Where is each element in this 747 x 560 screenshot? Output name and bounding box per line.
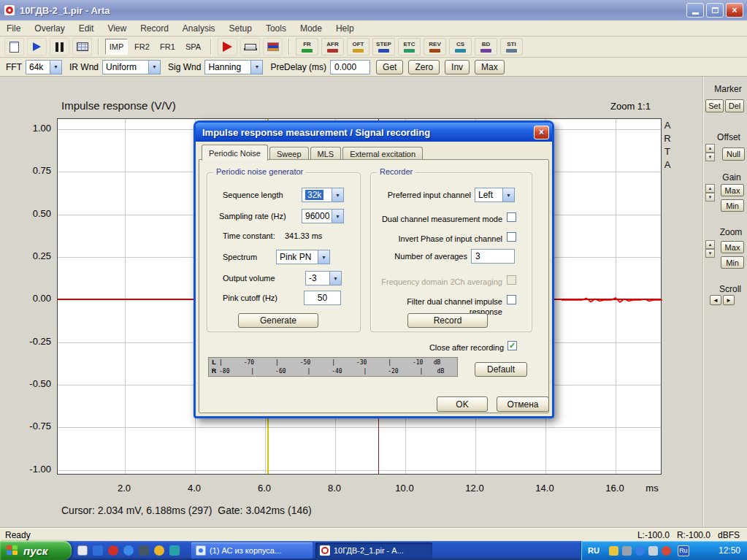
marker-flag-button[interactable]: [27, 38, 47, 55]
dropdown-arrow-icon[interactable]: ▼: [332, 188, 343, 202]
offset-null-button[interactable]: Null: [722, 147, 745, 161]
mode-imp-button[interactable]: IMP: [105, 39, 128, 55]
spectrum-combobox[interactable]: Pink PN ▼: [276, 250, 330, 264]
max-button[interactable]: Max: [475, 60, 505, 74]
sampling-rate-combobox[interactable]: 96000 ▼: [302, 209, 344, 223]
dialog-close-button[interactable]: ×: [534, 126, 549, 139]
marker-del-button[interactable]: Del: [725, 99, 744, 112]
offset-down-button[interactable]: ▼: [705, 153, 715, 161]
quick-launch-icon-5[interactable]: [137, 543, 150, 558]
dropdown-arrow-icon[interactable]: ▼: [148, 61, 160, 74]
zoom-down-button[interactable]: ▼: [705, 249, 715, 258]
gain-up-button[interactable]: ▲: [705, 184, 715, 193]
quick-launch-icon-1[interactable]: [76, 543, 89, 558]
tray-icon-4[interactable]: [648, 546, 658, 556]
averages-input[interactable]: 3: [471, 249, 515, 264]
quick-launch-icon-2[interactable]: [91, 543, 104, 558]
tray-icon-2[interactable]: [622, 546, 632, 556]
tool-rev-button[interactable]: REV: [424, 38, 446, 55]
tool-etc-button[interactable]: ETC: [398, 38, 421, 55]
menu-setup[interactable]: Setup: [229, 23, 252, 34]
menu-record[interactable]: Record: [140, 23, 169, 34]
minimize-button[interactable]: [686, 3, 704, 18]
grid-view-button[interactable]: [72, 38, 92, 55]
output-volume-combobox[interactable]: -3 ▼: [305, 271, 342, 285]
predelay-input[interactable]: 0.000: [330, 60, 370, 74]
menu-mode[interactable]: Mode: [300, 23, 322, 34]
zoom-up-button[interactable]: ▲: [705, 240, 715, 249]
quick-launch-icon-6[interactable]: [153, 543, 166, 558]
tool-cs-button[interactable]: CS: [449, 38, 472, 55]
ok-button[interactable]: OK: [437, 396, 488, 412]
dropdown-arrow-icon[interactable]: ▼: [332, 210, 343, 223]
dropdown-arrow-icon[interactable]: ▼: [50, 61, 61, 74]
dropdown-arrow-icon[interactable]: ▼: [318, 250, 329, 264]
tool-bd-button[interactable]: BD: [475, 38, 497, 55]
scroll-right-button[interactable]: ►: [723, 295, 735, 305]
menu-analysis[interactable]: Analysis: [183, 23, 215, 34]
dropdown-arrow-icon[interactable]: ▼: [250, 61, 262, 74]
quick-launch-icon-7[interactable]: [168, 543, 181, 558]
tool-step-button[interactable]: STEP: [372, 38, 395, 55]
menu-view[interactable]: View: [107, 23, 126, 34]
close-after-recording-checkbox[interactable]: ✓: [507, 341, 517, 350]
pink-cutoff-input[interactable]: 50: [304, 291, 341, 305]
generate-button[interactable]: Generate: [238, 313, 318, 328]
tool-sti-button[interactable]: STI: [500, 38, 523, 55]
tray-icon-3[interactable]: [635, 546, 645, 556]
zoom-max-button[interactable]: Max: [721, 241, 744, 253]
language-badge[interactable]: Ru: [678, 545, 689, 556]
zoom-min-button[interactable]: Min: [721, 256, 744, 269]
mode-spa-button[interactable]: SPA: [182, 39, 204, 55]
restore-button[interactable]: [706, 3, 724, 18]
language-indicator[interactable]: RU: [588, 546, 599, 555]
stop-pause-button[interactable]: [50, 38, 69, 55]
fft-combobox[interactable]: 64k ▼: [26, 60, 62, 74]
filter-dual-channel-checkbox[interactable]: [507, 295, 516, 304]
tool-afr-button[interactable]: AFR: [321, 38, 344, 55]
tool-oft-button[interactable]: OFT: [347, 38, 369, 55]
menubar: File Overlay Edit View Record Analysis S…: [0, 20, 747, 37]
start-button[interactable]: пуск: [0, 541, 72, 560]
inv-button[interactable]: Inv: [445, 60, 470, 74]
generator-setup-button[interactable]: [240, 38, 260, 55]
tray-icon-5[interactable]: [662, 546, 671, 556]
gain-max-button[interactable]: Max: [721, 184, 744, 196]
menu-file[interactable]: File: [7, 23, 20, 34]
scroll-left-button[interactable]: ◄: [710, 295, 721, 305]
menu-overlay[interactable]: Overlay: [34, 23, 64, 34]
close-button[interactable]: ×: [726, 3, 743, 18]
marker-set-button[interactable]: Set: [705, 99, 724, 112]
tool-fr-button[interactable]: FR: [296, 38, 318, 55]
mode-fr2-button[interactable]: FR2: [131, 39, 153, 55]
quick-launch-icon-3[interactable]: [107, 543, 120, 558]
menu-tools[interactable]: Tools: [266, 23, 286, 34]
input-channel-combobox[interactable]: Left ▼: [475, 188, 515, 202]
tab-periodic-noise[interactable]: Periodic Noise: [202, 145, 268, 161]
invert-phase-checkbox[interactable]: [507, 232, 516, 242]
record-button[interactable]: Record: [407, 313, 488, 328]
dropdown-arrow-icon[interactable]: ▼: [502, 188, 514, 202]
audio-device-button[interactable]: [263, 38, 283, 55]
zero-button[interactable]: Zero: [408, 60, 440, 74]
new-file-button[interactable]: [4, 38, 24, 55]
sig-wnd-combobox[interactable]: Hanning ▼: [204, 60, 263, 74]
taskbar-task-1[interactable]: (1) АС из корпуса...: [191, 542, 313, 559]
dropdown-arrow-icon[interactable]: ▼: [329, 272, 341, 285]
taskbar-task-2-active[interactable]: 10ГДВ-2_1.pir - А...: [315, 542, 432, 559]
cancel-button[interactable]: Отмена: [497, 396, 549, 412]
default-button[interactable]: Default: [475, 362, 527, 377]
menu-edit[interactable]: Edit: [79, 23, 94, 34]
gain-down-button[interactable]: ▼: [705, 193, 715, 202]
ir-wnd-combobox[interactable]: Uniform ▼: [102, 60, 161, 74]
dual-channel-checkbox[interactable]: [507, 212, 516, 222]
get-button[interactable]: Get: [376, 60, 403, 74]
mode-fr1-button[interactable]: FR1: [156, 39, 179, 55]
quick-launch-icon-4[interactable]: [122, 543, 135, 558]
gain-min-button[interactable]: Min: [721, 199, 744, 212]
offset-up-button[interactable]: ▲: [705, 144, 715, 153]
tray-icon-1[interactable]: [609, 546, 618, 556]
menu-help[interactable]: Help: [336, 23, 354, 34]
record-start-button[interactable]: [218, 38, 237, 55]
sequence-length-combobox[interactable]: 32k ▼: [302, 188, 344, 202]
